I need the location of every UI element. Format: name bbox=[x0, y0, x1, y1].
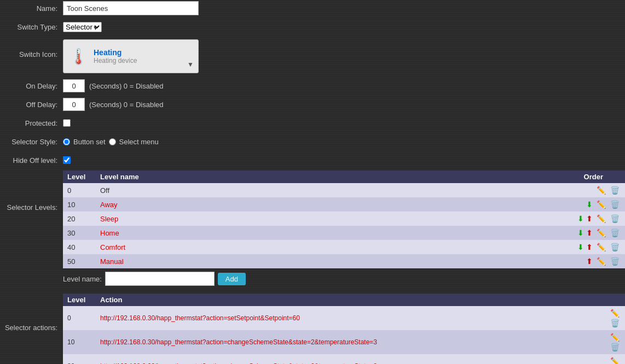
select-menu-radio[interactable] bbox=[109, 138, 116, 145]
order-up-button[interactable]: ⬆ bbox=[585, 228, 594, 238]
levels-table-row: 30 Home ⬇⬆ ✏️ 🗑️ bbox=[63, 226, 625, 240]
selector-style-group: Button set Select menu bbox=[63, 138, 159, 146]
delete-level-button[interactable]: 🗑️ bbox=[609, 228, 621, 238]
col-action-header: Action bbox=[96, 293, 592, 306]
actions-table-row: 20 http://192.168.0.30/happ_thermstat?ac… bbox=[63, 354, 625, 364]
switch-icon-box[interactable]: 🌡️ Heating Heating device ▼ bbox=[63, 39, 199, 73]
protected-label: Protected: bbox=[0, 119, 63, 127]
switch-icon-subtitle: Heating device bbox=[94, 57, 137, 64]
switch-icon-text: Heating Heating device bbox=[94, 48, 137, 64]
col-action-level-header: Level bbox=[63, 293, 96, 306]
delete-action-button[interactable]: 🗑️ bbox=[609, 318, 621, 328]
delete-level-button[interactable]: 🗑️ bbox=[609, 242, 621, 252]
levels-table: Level Level name Order 0 Off ✏️ 🗑️ 10 Aw… bbox=[63, 171, 625, 268]
level-number: 50 bbox=[63, 254, 96, 268]
name-input[interactable] bbox=[63, 1, 199, 15]
levels-table-row: 50 Manual ⬆ ✏️ 🗑️ bbox=[63, 254, 625, 268]
hide-off-checkbox[interactable] bbox=[63, 156, 71, 164]
action-controls: ✏️ 🗑️ bbox=[592, 306, 625, 330]
edit-action-button[interactable]: ✏️ bbox=[609, 356, 621, 364]
actions-table: Level Action 0 http://192.168.0.30/happ_… bbox=[63, 293, 625, 364]
col-order-header: Order bbox=[559, 171, 625, 183]
order-down-button[interactable]: ⬇ bbox=[585, 199, 594, 209]
delete-action-button[interactable]: 🗑️ bbox=[609, 342, 621, 352]
order-down-button[interactable]: ⬇ bbox=[576, 242, 585, 252]
levels-table-row: 40 Comfort ⬇⬆ ✏️ 🗑️ bbox=[63, 240, 625, 254]
edit-level-button[interactable]: ✏️ bbox=[595, 199, 607, 209]
level-number: 0 bbox=[63, 183, 96, 197]
col-level-header: Level bbox=[63, 171, 96, 183]
order-cell: ⬇⬆ ✏️ 🗑️ bbox=[559, 240, 625, 254]
order-cell: ⬇⬆ ✏️ 🗑️ bbox=[559, 212, 625, 226]
level-name-cell: Comfort bbox=[96, 240, 559, 254]
edit-level-button[interactable]: ✏️ bbox=[595, 228, 607, 238]
delete-level-button[interactable]: 🗑️ bbox=[609, 199, 621, 209]
level-name-cell: Sleep bbox=[96, 212, 559, 226]
delete-level-button[interactable]: 🗑️ bbox=[609, 185, 621, 195]
protected-checkbox[interactable] bbox=[63, 119, 71, 127]
name-label: Name: bbox=[0, 4, 63, 13]
level-number: 10 bbox=[63, 197, 96, 212]
hide-off-label: Hide Off level: bbox=[0, 156, 63, 165]
action-controls: ✏️ 🗑️ bbox=[592, 330, 625, 354]
edit-level-button[interactable]: ✏️ bbox=[595, 242, 607, 252]
off-delay-input[interactable] bbox=[63, 98, 85, 111]
chevron-down-icon: ▼ bbox=[187, 61, 194, 68]
level-number: 30 bbox=[63, 226, 96, 240]
edit-action-button[interactable]: ✏️ bbox=[609, 308, 621, 318]
level-name-input[interactable] bbox=[105, 272, 215, 286]
edit-level-button[interactable]: ✏️ bbox=[595, 256, 607, 266]
edit-action-button[interactable]: ✏️ bbox=[609, 332, 621, 342]
order-cell: ⬇ ✏️ 🗑️ bbox=[559, 197, 625, 212]
level-name-add-label: Level name: bbox=[63, 275, 102, 283]
order-up-button[interactable]: ⬆ bbox=[585, 242, 594, 252]
level-number: 40 bbox=[63, 240, 96, 254]
levels-table-row: 10 Away ⬇ ✏️ 🗑️ bbox=[63, 197, 625, 212]
actions-table-row: 0 http://192.168.0.30/happ_thermstat?act… bbox=[63, 306, 625, 330]
level-number: 20 bbox=[63, 212, 96, 226]
off-delay-label: Off Delay: bbox=[0, 101, 63, 109]
levels-table-row: 20 Sleep ⬇⬆ ✏️ 🗑️ bbox=[63, 212, 625, 226]
selector-style-label: Selector Style: bbox=[0, 138, 63, 146]
on-delay-hint: (Seconds) 0 = Disabled bbox=[89, 82, 164, 90]
action-url: http://192.168.0.30/happ_thermstat?actio… bbox=[96, 306, 592, 330]
action-level-number: 0 bbox=[63, 306, 96, 330]
button-set-label: Button set bbox=[73, 138, 106, 146]
selector-actions-content: Level Action 0 http://192.168.0.30/happ_… bbox=[63, 293, 625, 364]
col-level-name-header: Level name bbox=[96, 171, 559, 183]
thermometer-icon: 🌡️ bbox=[69, 48, 88, 66]
order-cell: ⬆ ✏️ 🗑️ bbox=[559, 254, 625, 268]
order-down-button[interactable]: ⬇ bbox=[576, 214, 585, 224]
switch-type-select[interactable]: Selector On/Off Dimmer Blind bbox=[63, 22, 102, 32]
button-set-radio[interactable] bbox=[63, 138, 70, 145]
order-up-button[interactable]: ⬆ bbox=[585, 256, 594, 266]
on-delay-input[interactable] bbox=[63, 79, 85, 92]
switch-type-select-wrapper: Selector On/Off Dimmer Blind bbox=[63, 22, 102, 32]
switch-type-label: Switch Type: bbox=[0, 23, 63, 31]
action-level-number: 10 bbox=[63, 330, 96, 354]
off-delay-hint: (Seconds) 0 = Disabled bbox=[89, 101, 164, 109]
selector-actions-label: Selector actions: bbox=[0, 293, 63, 364]
add-level-row: Level name: Add bbox=[63, 272, 625, 286]
edit-level-button[interactable]: ✏️ bbox=[595, 214, 607, 224]
order-up-button[interactable]: ⬆ bbox=[585, 214, 594, 224]
actions-table-row: 10 http://192.168.0.30/happ_thermstat?ac… bbox=[63, 330, 625, 354]
level-name-cell: Away bbox=[96, 197, 559, 212]
selector-levels-content: Level Level name Order 0 Off ✏️ 🗑️ 10 Aw… bbox=[63, 171, 625, 291]
on-delay-label: On Delay: bbox=[0, 82, 63, 90]
select-menu-label: Select menu bbox=[119, 138, 159, 146]
order-cell: ⬇⬆ ✏️ 🗑️ bbox=[559, 226, 625, 240]
action-level-number: 20 bbox=[63, 354, 96, 364]
selector-levels-label: Selector Levels: bbox=[0, 171, 63, 291]
level-name-cell: Manual bbox=[96, 254, 559, 268]
delete-level-button[interactable]: 🗑️ bbox=[609, 214, 621, 224]
level-name-cell: Home bbox=[96, 226, 559, 240]
add-level-button[interactable]: Add bbox=[218, 273, 246, 285]
action-url: http://192.168.0.30/happ_thermstat?actio… bbox=[96, 354, 592, 364]
delete-level-button[interactable]: 🗑️ bbox=[609, 256, 621, 266]
switch-icon-label: Switch Icon: bbox=[0, 39, 63, 58]
order-down-button[interactable]: ⬇ bbox=[576, 228, 585, 238]
order-cell: ✏️ 🗑️ bbox=[559, 183, 625, 197]
switch-icon-title: Heating bbox=[94, 48, 137, 57]
edit-level-button[interactable]: ✏️ bbox=[595, 185, 607, 195]
